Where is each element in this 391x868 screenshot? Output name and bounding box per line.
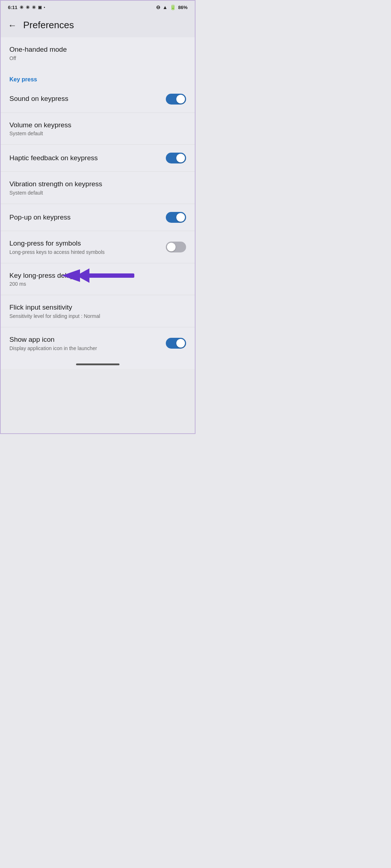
setting-title-key-delay: Key long-press delay bbox=[9, 271, 73, 280]
setting-row-key-long-press-delay[interactable]: Key long-press delay bbox=[1, 263, 195, 295]
setting-row-one-handed-mode[interactable]: One-handed mode Off bbox=[1, 37, 195, 69]
setting-text: Show app icon Display application icon i… bbox=[9, 335, 166, 351]
toggle-long-press-symbols[interactable] bbox=[166, 242, 186, 252]
status-time: 6:11 bbox=[8, 5, 17, 10]
setting-text: Long-press for symbols Long-press keys t… bbox=[9, 239, 166, 255]
setting-title-sound: Sound on keypress bbox=[9, 94, 166, 103]
home-indicator bbox=[1, 359, 195, 369]
status-bar: 6:11 ✳ ✳ ✳ ▣ • ⊖ ▲ 🔋 86% bbox=[1, 1, 195, 13]
notification-dot: • bbox=[44, 5, 45, 9]
setting-subtitle-one-handed: Off bbox=[9, 55, 186, 61]
setting-title-popup: Pop-up on keypress bbox=[9, 213, 166, 222]
setting-row-volume-on-keypress[interactable]: Volume on keypress System default bbox=[1, 112, 195, 145]
battery-icon: 🔋 bbox=[170, 4, 176, 10]
setting-text: Flick input sensitivity Sensitivity leve… bbox=[9, 303, 186, 319]
setting-subtitle-long-press-symbols: Long-press keys to access hinted symbols bbox=[9, 249, 166, 255]
setting-row-flick-input[interactable]: Flick input sensitivity Sensitivity leve… bbox=[1, 295, 195, 327]
setting-title-haptic: Haptic feedback on keypress bbox=[9, 154, 166, 163]
setting-text: Haptic feedback on keypress bbox=[9, 154, 166, 163]
wifi-icon: ▲ bbox=[163, 4, 168, 10]
notification-icon-4: ▣ bbox=[38, 5, 42, 10]
setting-row-haptic-feedback[interactable]: Haptic feedback on keypress bbox=[1, 144, 195, 171]
setting-title-one-handed: One-handed mode bbox=[9, 45, 186, 54]
notification-icon-1: ✳ bbox=[20, 5, 24, 10]
notification-icon-3: ✳ bbox=[32, 5, 36, 10]
toggle-haptic-feedback[interactable] bbox=[166, 153, 186, 163]
setting-row-popup-on-keypress[interactable]: Pop-up on keypress bbox=[1, 204, 195, 231]
setting-subtitle-volume: System default bbox=[9, 131, 186, 136]
setting-text: Sound on keypress bbox=[9, 94, 166, 103]
setting-row-show-app-icon[interactable]: Show app icon Display application icon i… bbox=[1, 327, 195, 359]
toggle-show-app-icon[interactable] bbox=[166, 338, 186, 349]
setting-subtitle-show-app-icon: Display application icon in the launcher bbox=[9, 345, 166, 351]
setting-title-show-app-icon: Show app icon bbox=[9, 335, 166, 344]
setting-title-volume: Volume on keypress bbox=[9, 121, 186, 130]
status-left: 6:11 ✳ ✳ ✳ ▣ • bbox=[8, 5, 45, 10]
toggle-thumb bbox=[176, 95, 185, 103]
toggle-thumb bbox=[176, 339, 185, 348]
setting-text: Pop-up on keypress bbox=[9, 213, 166, 222]
setting-subtitle-flick: Sensitivity level for sliding input : No… bbox=[9, 313, 186, 319]
setting-text: One-handed mode Off bbox=[9, 45, 186, 61]
svg-rect-2 bbox=[87, 273, 134, 278]
setting-row-vibration-strength[interactable]: Vibration strength on keypress System de… bbox=[1, 171, 195, 204]
status-right: ⊖ ▲ 🔋 86% bbox=[156, 4, 188, 10]
setting-title-vibration: Vibration strength on keypress bbox=[9, 180, 186, 189]
section-header-key-press: Key press bbox=[1, 69, 195, 86]
setting-text: Key long-press delay bbox=[9, 271, 186, 287]
setting-title-long-press-symbols: Long-press for symbols bbox=[9, 239, 166, 248]
app-bar: ← Preferences bbox=[1, 13, 195, 37]
page-title: Preferences bbox=[23, 20, 74, 31]
setting-row-long-press-symbols[interactable]: Long-press for symbols Long-press keys t… bbox=[1, 231, 195, 263]
setting-subtitle-vibration: System default bbox=[9, 190, 186, 196]
notification-icon-2: ✳ bbox=[26, 5, 30, 10]
mute-icon: ⊖ bbox=[156, 4, 160, 10]
battery-level: 86% bbox=[178, 5, 188, 10]
setting-text: Vibration strength on keypress System de… bbox=[9, 180, 186, 196]
setting-text: Volume on keypress System default bbox=[9, 121, 186, 137]
home-bar bbox=[76, 363, 119, 365]
back-button[interactable]: ← bbox=[8, 20, 17, 30]
setting-title-flick: Flick input sensitivity bbox=[9, 303, 186, 312]
setting-row-sound-on-keypress[interactable]: Sound on keypress bbox=[1, 86, 195, 112]
toggle-thumb bbox=[167, 243, 176, 251]
svg-marker-3 bbox=[76, 268, 89, 283]
toggle-sound-on-keypress[interactable] bbox=[166, 94, 186, 105]
toggle-thumb bbox=[176, 213, 185, 222]
settings-content: One-handed mode Off Key press Sound on k… bbox=[1, 37, 195, 359]
setting-subtitle-key-delay: 200 ms bbox=[9, 281, 186, 287]
toggle-popup-on-keypress[interactable] bbox=[166, 212, 186, 223]
